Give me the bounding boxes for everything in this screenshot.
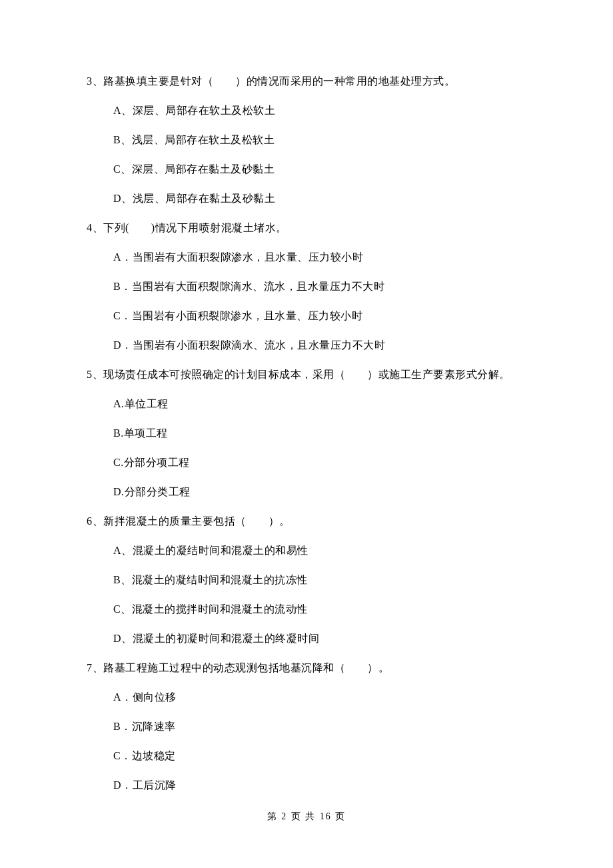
page-footer: 第 2 页 共 16 页 bbox=[87, 809, 526, 823]
option-list: A.单位工程 B.单项工程 C.分部分项工程 D.分部分类工程 bbox=[87, 396, 526, 500]
option-b: B．当围岩有大面积裂隙滴水、流水，且水量压力不大时 bbox=[113, 279, 526, 295]
option-c: C．当围岩有小面积裂隙渗水，且水量、压力较小时 bbox=[113, 308, 526, 324]
option-a: A．侧向位移 bbox=[113, 689, 526, 705]
option-a: A．当围岩有大面积裂隙渗水，且水量、压力较小时 bbox=[113, 249, 526, 265]
option-d: D．工后沉降 bbox=[113, 777, 526, 793]
question-stem: 6、新拌混凝土的质量主要包括（ ）。 bbox=[87, 513, 526, 529]
option-c: C、深层、局部存在黏土及砂黏土 bbox=[113, 161, 526, 177]
option-list: A、混凝土的凝结时间和混凝土的和易性 B、混凝土的凝结时间和混凝土的抗冻性 C、… bbox=[87, 543, 526, 647]
question-stem: 4、下列( )情况下用喷射混凝土堵水。 bbox=[87, 220, 526, 236]
option-b: B、混凝土的凝结时间和混凝土的抗冻性 bbox=[113, 572, 526, 588]
option-b: B．沉降速率 bbox=[113, 719, 526, 735]
question-list: 3、路基换填主要是针对（ ）的情况而采用的一种常用的地基处理方式。 A、深层、局… bbox=[87, 73, 526, 793]
option-list: A．当围岩有大面积裂隙渗水，且水量、压力较小时 B．当围岩有大面积裂隙滴水、流水… bbox=[87, 249, 526, 353]
question-stem: 5、现场责任成本可按照确定的计划目标成本，采用（ ）或施工生产要素形式分解。 bbox=[87, 367, 526, 383]
option-c: C.分部分项工程 bbox=[113, 455, 526, 471]
option-a: A、混凝土的凝结时间和混凝土的和易性 bbox=[113, 543, 526, 559]
question-5: 5、现场责任成本可按照确定的计划目标成本，采用（ ）或施工生产要素形式分解。 A… bbox=[87, 367, 526, 500]
option-d: D、浅层、局部存在黏土及砂黏土 bbox=[113, 191, 526, 207]
option-list: A．侧向位移 B．沉降速率 C．边坡稳定 D．工后沉降 bbox=[87, 689, 526, 793]
option-b: B、浅层、局部存在软土及松软土 bbox=[113, 132, 526, 148]
question-6: 6、新拌混凝土的质量主要包括（ ）。 A、混凝土的凝结时间和混凝土的和易性 B、… bbox=[87, 513, 526, 647]
option-a: A.单位工程 bbox=[113, 396, 526, 412]
option-b: B.单项工程 bbox=[113, 425, 526, 441]
option-d: D、混凝土的初凝时间和混凝土的终凝时间 bbox=[113, 631, 526, 647]
option-c: C、混凝土的搅拌时间和混凝土的流动性 bbox=[113, 601, 526, 617]
option-d: D.分部分类工程 bbox=[113, 484, 526, 500]
option-d: D．当围岩有小面积裂隙滴水、流水，且水量压力不大时 bbox=[113, 337, 526, 353]
option-c: C．边坡稳定 bbox=[113, 748, 526, 764]
question-7: 7、路基工程施工过程中的动态观测包括地基沉降和（ ）。 A．侧向位移 B．沉降速… bbox=[87, 660, 526, 793]
question-3: 3、路基换填主要是针对（ ）的情况而采用的一种常用的地基处理方式。 A、深层、局… bbox=[87, 73, 526, 207]
question-stem: 3、路基换填主要是针对（ ）的情况而采用的一种常用的地基处理方式。 bbox=[87, 73, 526, 89]
question-stem: 7、路基工程施工过程中的动态观测包括地基沉降和（ ）。 bbox=[87, 660, 526, 676]
question-4: 4、下列( )情况下用喷射混凝土堵水。 A．当围岩有大面积裂隙渗水，且水量、压力… bbox=[87, 220, 526, 353]
option-a: A、深层、局部存在软土及松软土 bbox=[113, 103, 526, 119]
option-list: A、深层、局部存在软土及松软土 B、浅层、局部存在软土及松软土 C、深层、局部存… bbox=[87, 103, 526, 207]
